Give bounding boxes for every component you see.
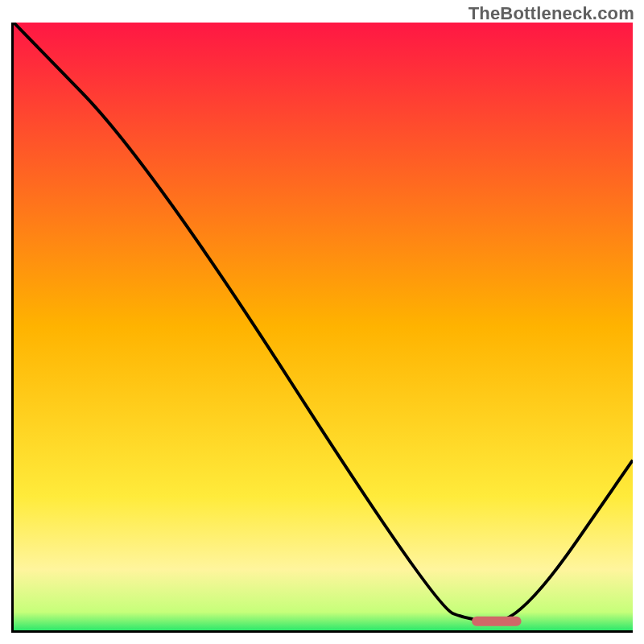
chart-stage: TheBottleneck.com — [0, 0, 644, 644]
chart-svg — [14, 23, 633, 630]
plot-frame — [11, 23, 633, 633]
watermark-text: TheBottleneck.com — [469, 3, 634, 24]
optimal-range-marker — [472, 617, 522, 626]
gradient-backdrop — [14, 23, 633, 630]
